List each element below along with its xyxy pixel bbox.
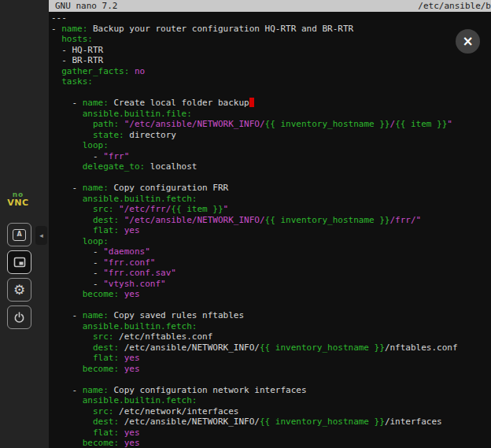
settings-button[interactable]: ⚙	[7, 278, 31, 302]
editor-line: ansible.builtin.file:	[51, 109, 491, 120]
editor-line: - name: Create local folder backup	[51, 98, 491, 109]
editor-line: loop:	[51, 236, 491, 247]
keyboard-icon-letter: A	[17, 231, 21, 238]
collapse-left-icon: ◂	[39, 232, 43, 239]
editor-line: dest: /etc/ansible/NETWORK_INFO/{{ inven…	[51, 417, 491, 428]
editor-line: ---	[51, 13, 491, 24]
editor-line	[51, 374, 491, 385]
keyboard-button[interactable]: A	[7, 223, 31, 246]
editor-line: - "frr.conf.sav"	[51, 268, 491, 279]
editor-line	[51, 300, 491, 311]
editor-line: ansible.builtin.fetch:	[51, 194, 491, 205]
editor-line: flat: yes	[51, 225, 491, 236]
text-cursor	[249, 98, 255, 107]
editor-line: - "daemons"	[51, 246, 491, 257]
editor-line: - name: Backup your router configuration…	[51, 24, 491, 35]
novnc-logo: no VNC	[0, 191, 36, 208]
vnc-control-bar: no VNC ◂ A ⚙	[0, 0, 49, 448]
editor-line: - HQ-RTR	[51, 45, 491, 56]
editor-line: - name: Copy saved rules nftables	[51, 310, 491, 321]
editor-line: - BR-RTR	[51, 55, 491, 66]
nano-version-label: GNU nano 7.2	[55, 0, 117, 12]
editor-line: gather_facts: no	[51, 66, 491, 77]
editor-line: - name: Copy configuration network inter…	[51, 385, 491, 396]
editor-line: become: yes	[51, 438, 491, 448]
editor-line	[51, 87, 491, 98]
fullscreen-button[interactable]	[7, 250, 31, 274]
editor-line: dest: "/etc/ansible/NETWORK_INFO/{{ inve…	[51, 215, 491, 226]
editor-line: hosts:	[51, 34, 491, 45]
keyboard-icon: A	[13, 229, 26, 241]
editor-line: src: /etc/network/interfaces	[51, 406, 491, 417]
editor-line: delegate_to: localhost	[51, 161, 491, 172]
editor-line	[51, 172, 491, 183]
close-icon: ×	[462, 35, 473, 48]
editor-line: src: "/etc/frr/{{ item }}"	[51, 204, 491, 215]
editor-line: state: directory	[51, 130, 491, 141]
editor-lines[interactable]: ---- name: Backup your router configurat…	[49, 12, 491, 448]
editor-line: loop:	[51, 140, 491, 151]
gear-icon: ⚙	[13, 283, 25, 297]
terminal-window[interactable]: GNU nano 7.2 /etc/ansible/b ---- name: B…	[49, 0, 491, 448]
editor-line: path: "/etc/ansible/NETWORK_INFO/{{ inve…	[51, 119, 491, 130]
editor-line: - "vtysh.conf"	[51, 279, 491, 290]
editor-line: - name: Copy configuration FRR	[51, 183, 491, 194]
editor-line: - "frr.conf"	[51, 257, 491, 268]
close-button[interactable]: ×	[456, 29, 480, 54]
nano-titlebar: GNU nano 7.2 /etc/ansible/b	[49, 0, 491, 12]
editor-line: src: /etc/nftables.conf	[51, 331, 491, 342]
power-icon	[13, 312, 25, 324]
power-button[interactable]	[7, 305, 31, 329]
editor-line: dest: /etc/ansible/NETWORK_INFO/{{ inven…	[51, 342, 491, 354]
editor-line: become: yes	[51, 289, 491, 300]
editor-line: flat: yes	[51, 428, 491, 439]
editor-line: - "frr"	[51, 151, 491, 162]
editor-line: flat: yes	[51, 353, 491, 364]
editor-line: become: yes	[51, 364, 491, 375]
screen: no VNC ◂ A ⚙ GNU nano 7.2 /e	[0, 0, 491, 448]
control-bar-handle[interactable]: ◂	[35, 226, 47, 245]
novnc-logo-bottom: VNC	[0, 198, 36, 208]
editor-line: ansible.builtin.fetch:	[51, 395, 491, 406]
editor-line: ansible.builtin.fetch:	[51, 321, 491, 332]
nano-filename-label: /etc/ansible/b	[418, 0, 491, 12]
editor-line: tasks:	[51, 76, 491, 87]
fullscreen-icon	[13, 256, 26, 268]
